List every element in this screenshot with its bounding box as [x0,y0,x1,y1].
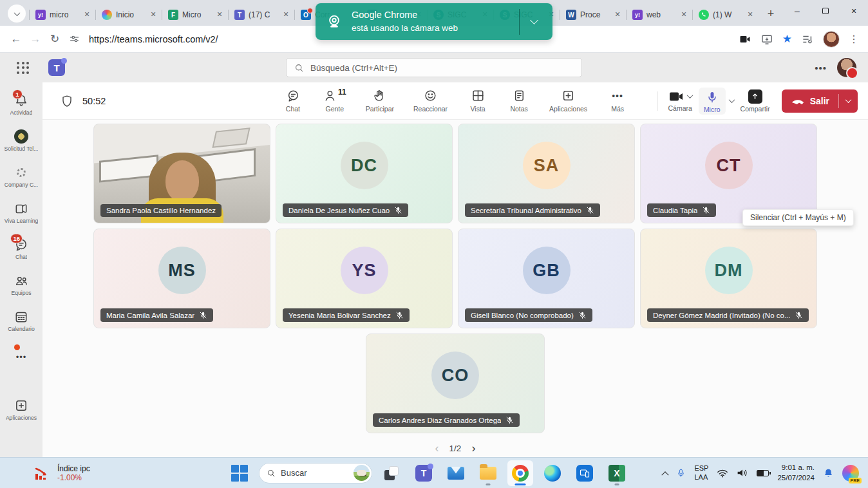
sidebar-item-calendario[interactable]: Calendario [1,304,41,337]
leave-options-chevron[interactable] [839,89,858,113]
sidebar-item-more[interactable]: ••• [1,340,41,373]
volume-icon[interactable] [737,468,748,478]
mic-control[interactable]: Micro [699,88,726,115]
teams-search-input[interactable]: Búsqueda (Ctrl+Alt+E) [286,58,582,77]
tray-expand-icon[interactable] [662,471,669,478]
toolbar-notes-button[interactable]: Notas [508,89,530,113]
sidebar-item-actividad[interactable]: 1 Actividad [1,88,41,121]
site-settings-icon[interactable] [64,30,84,49]
sidebar-item-solicitud[interactable]: Solicitud Tel... [1,124,41,157]
copilot-icon[interactable]: PRE [842,465,859,482]
toolbar-apps-button[interactable]: Aplicaciones [549,89,587,113]
forward-button[interactable]: → [26,30,45,49]
viva-learning-icon [14,202,28,216]
participant-tile[interactable]: DM Deyner Gómez Madrid (Invitado) (No co… [640,229,817,328]
next-page-icon[interactable]: › [471,442,475,455]
sidebar-item-company[interactable]: Company C... [1,160,41,193]
taskbar-excel[interactable]: X [604,460,630,486]
toolbar-raise-hand-button[interactable]: Participar [366,89,394,113]
toolbar-react-button[interactable]: Reaccionar [413,89,448,113]
tab-close-icon[interactable]: × [214,10,225,20]
shield-icon[interactable] [61,95,73,108]
app-launcher-waffle-icon[interactable] [17,62,29,74]
participant-tile[interactable]: Sandra Paola Castillo Hernandez [93,124,270,223]
camera-in-use-icon[interactable] [739,33,751,46]
tab-close-icon[interactable]: × [745,10,755,20]
camera-notification-toast[interactable]: Google Chrome está usando la cámara web [316,3,552,40]
toolbar-people-button[interactable]: 11 Gente [323,89,346,113]
tab-close-icon[interactable]: × [679,10,689,20]
browser-tab[interactable]: y! web × [627,4,693,26]
share-control[interactable]: Compartir [741,89,770,113]
participant-tile[interactable]: MS Maria Camila Avila Salazar [93,229,270,328]
chevron-down-icon[interactable] [686,92,693,99]
notification-bell-icon[interactable] [823,467,834,479]
participant-tile[interactable]: CT Claudia Tapia [640,124,817,223]
maximize-button[interactable] [811,0,840,22]
teams-more-menu-icon[interactable]: ••• [815,62,827,73]
tab-search-button[interactable] [8,5,26,23]
tab-close-icon[interactable]: × [612,10,623,20]
browser-tab[interactable]: W Proce × [560,4,627,26]
chevron-down-icon[interactable] [728,97,735,103]
start-button[interactable] [227,460,252,486]
sidebar-item-equipos[interactable]: Equipos [1,268,41,301]
activity-badge: 1 [12,89,23,99]
taskbar-mail[interactable] [443,460,469,486]
teams-profile-avatar[interactable] [837,58,856,77]
search-highlight-image[interactable] [354,465,370,481]
tab-close-icon[interactable]: × [281,10,291,20]
participant-tile[interactable]: DC Daniela De Jesus Nuñez Cuao [276,124,453,223]
search-placeholder: Búsqueda (Ctrl+Alt+E) [310,63,397,73]
participant-tile[interactable]: YS Yesenia Maria Bolivar Sanchez [276,229,453,328]
language-indicator[interactable]: ESP LAA [694,464,708,482]
clock[interactable]: 9:01 a. m. 25/07/2024 [777,463,815,483]
participant-tile[interactable]: CO Carlos Andres Diaz Granados Ortega [366,333,545,433]
participant-tile[interactable]: SA Secretaría Tribunal Administrativo [458,124,635,223]
leave-button[interactable]: Salir [782,89,858,113]
taskbar-file-explorer[interactable] [475,460,501,486]
taskbar-edge[interactable] [540,460,565,486]
participant-tile[interactable]: GB Gisell Blanco (No comprobado) [458,229,635,328]
browser-tab[interactable]: (1) W × [693,4,759,26]
battery-icon[interactable] [757,470,769,476]
reload-button[interactable]: ↻ [45,30,64,49]
tray-mic-icon[interactable] [676,467,686,479]
minimize-button[interactable]: – [783,0,811,22]
sidebar-item-chat[interactable]: 16 Chat [1,232,41,265]
bookmark-star-icon[interactable]: ★ [782,32,792,46]
mic-muted-icon [505,416,514,424]
close-window-button[interactable]: × [840,0,868,22]
sidebar-item-viva-learning[interactable]: Viva Learning [1,196,41,229]
browser-profile-avatar[interactable] [823,31,840,48]
excel-icon: X [609,465,625,482]
tab-close-icon[interactable]: × [148,10,158,20]
weather-widget[interactable]: Índice ipc -1.00% [33,464,90,482]
teams-logo-icon: T [48,59,65,76]
taskbar-search[interactable]: Buscar [259,463,372,483]
back-button[interactable]: ← [6,30,26,49]
toolbar-more-button[interactable]: ••• Más [607,89,628,113]
wifi-icon[interactable] [717,469,728,478]
side-panel-icon[interactable] [801,33,814,46]
camera-control[interactable]: Cámara [668,90,692,112]
taskbar-phone-link[interactable] [572,460,598,486]
browser-menu-icon[interactable]: ⋮ [849,33,859,45]
word-icon: W [566,10,576,20]
browser-tab[interactable]: T (17) C × [229,4,295,26]
toolbar-chat-button[interactable]: Chat [282,89,304,113]
sidebar-item-aplicaciones[interactable]: Aplicaciones [1,393,41,426]
taskbar-teams[interactable]: T [411,460,437,486]
notification-expand-icon[interactable] [530,16,538,24]
new-tab-button[interactable]: + [762,5,780,23]
browser-tab[interactable]: Inicio × [96,4,162,26]
previous-page-icon[interactable]: ‹ [435,442,439,455]
browser-tab[interactable]: y! micro × [30,4,96,26]
task-view-button[interactable] [379,460,404,486]
taskbar-chrome[interactable] [507,460,533,486]
browser-tab[interactable]: F Micro × [162,4,229,26]
initials-avatar: CO [431,352,479,399]
toolbar-view-button[interactable]: Vista [467,89,489,113]
tab-close-icon[interactable]: × [82,10,92,20]
install-app-icon[interactable] [760,33,773,46]
